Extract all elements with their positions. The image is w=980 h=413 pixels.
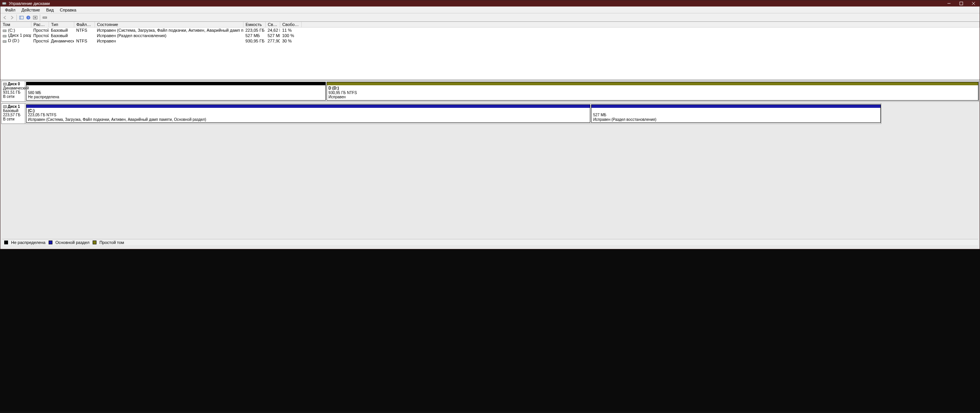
menu-file[interactable]: Файл	[3, 7, 18, 13]
toolbar-sep-2	[40, 15, 40, 21]
svg-rect-20	[3, 106, 7, 108]
table-row[interactable]: D (D:)ПростойДинамическийNTFSИсправен930…	[0, 38, 980, 44]
menubar: Файл Действие Вид Справка	[0, 7, 980, 13]
titlebar[interactable]: Управление дисками	[0, 0, 980, 7]
partition-info: D (D:)930,95 ГБ NTFSИсправен	[327, 85, 978, 100]
partition-bar	[591, 105, 880, 108]
partition-bar	[26, 105, 590, 108]
svg-rect-11	[34, 17, 36, 18]
legend-unalloc-icon	[4, 241, 8, 244]
col-volume[interactable]: Том	[0, 22, 31, 28]
partition-bar	[26, 82, 325, 85]
disk-graphical-pane: Диск 0Динамический931,51 ГБВ сети 580 МБ…	[0, 80, 980, 249]
disk-header[interactable]: Диск 0Динамический931,51 ГБВ сети	[2, 81, 25, 101]
col-free[interactable]: Свобод...	[265, 22, 280, 28]
col-layout[interactable]: Располо...	[31, 22, 49, 28]
menu-view[interactable]: Вид	[44, 7, 56, 13]
svg-point-14	[5, 31, 6, 31]
disk-partitions: 580 МБНе распределенаD (D:)930,95 ГБ NTF…	[25, 81, 978, 101]
col-type[interactable]: Тип	[49, 22, 74, 28]
legend-primary-icon	[49, 241, 52, 244]
close-button[interactable]	[967, 0, 980, 7]
partition[interactable]: (C:)223,05 ГБ NTFSИсправен (Система, Заг…	[26, 104, 590, 123]
legend-simple-label: Простой том	[100, 240, 124, 245]
disk-icon	[3, 105, 7, 109]
partition-info: 580 МБНе распределена	[26, 85, 325, 100]
legend-simple-icon	[93, 241, 96, 244]
show-hide-button[interactable]	[18, 15, 24, 21]
volume-icon	[3, 34, 7, 38]
disk-header[interactable]: Диск 1Базовый223,57 ГБВ сети	[2, 104, 25, 124]
col-fs[interactable]: Файловая с...	[74, 22, 95, 28]
partition-bar	[327, 82, 978, 85]
taskbar[interactable]	[0, 411, 980, 413]
partition[interactable]: 580 МБНе распределена	[26, 82, 326, 101]
volume-icon	[3, 29, 7, 33]
partition-info: 527 МБИсправен (Раздел восстановления)	[591, 108, 880, 123]
col-status[interactable]: Состояние	[95, 22, 243, 28]
refresh-button[interactable]	[32, 15, 38, 21]
svg-rect-19	[3, 83, 7, 85]
legend: Не распределена Основной раздел Простой …	[2, 239, 978, 245]
volume-table[interactable]: Том Располо... Тип Файловая с... Состоян…	[0, 22, 980, 44]
legend-unalloc-label: Не распределена	[11, 240, 46, 245]
volume-list-pane: Том Располо... Тип Файловая с... Состоян…	[0, 22, 980, 80]
disk-row[interactable]: Диск 1Базовый223,57 ГБВ сети(C:)223,05 Г…	[1, 103, 881, 124]
partition[interactable]: 527 МБИсправен (Раздел восстановления)	[591, 104, 880, 123]
svg-rect-12	[43, 17, 47, 18]
disk-partitions: (C:)223,05 ГБ NTFSИсправен (Система, Заг…	[25, 104, 881, 124]
help-button[interactable]: ?	[25, 15, 31, 21]
disk-row[interactable]: Диск 0Динамический931,51 ГБВ сети 580 МБ…	[1, 81, 979, 102]
svg-point-1	[5, 4, 6, 5]
table-row[interactable]: (Диск 1 раздел 2)ПростойБазовыйИсправен …	[0, 33, 980, 38]
col-freepct[interactable]: Свободно %	[280, 22, 301, 28]
svg-rect-3	[960, 2, 963, 5]
partition[interactable]: D (D:)930,95 ГБ NTFSИсправен	[327, 82, 978, 101]
minimize-button[interactable]	[943, 0, 955, 7]
partition-info: (C:)223,05 ГБ NTFSИсправен (Система, Заг…	[26, 108, 590, 123]
table-row[interactable]: (C:)ПростойБазовыйNTFSИсправен (Система,…	[0, 28, 980, 33]
svg-point-18	[5, 41, 6, 42]
toolbar-sep	[16, 15, 17, 21]
legend-primary-label: Основной раздел	[56, 240, 90, 245]
forward-button[interactable]	[9, 15, 15, 21]
window-title: Управление дисками	[9, 1, 50, 6]
col-capacity[interactable]: Емкость	[243, 22, 265, 28]
menu-action[interactable]: Действие	[19, 7, 42, 13]
disk-management-window: Управление дисками Файл Действие Вид Спр…	[0, 0, 980, 249]
menu-help[interactable]: Справка	[57, 7, 78, 13]
svg-rect-6	[20, 16, 23, 19]
svg-point-16	[5, 36, 6, 37]
back-button[interactable]	[2, 15, 8, 21]
volume-icon	[3, 39, 7, 43]
svg-text:?: ?	[28, 16, 29, 20]
disk-icon	[3, 82, 7, 86]
app-icon	[2, 1, 7, 6]
toolbar: ?	[0, 13, 980, 22]
maximize-button[interactable]	[955, 0, 967, 7]
settings-button[interactable]	[42, 15, 48, 21]
